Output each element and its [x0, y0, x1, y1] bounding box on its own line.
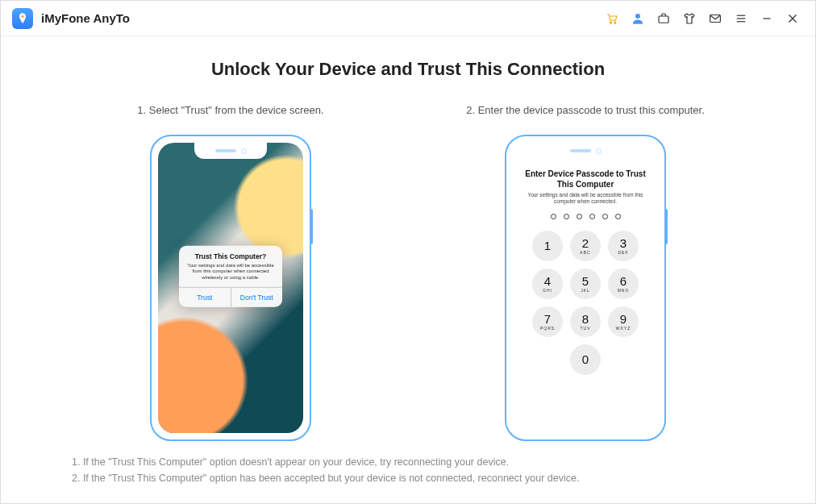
- passcode-subtitle: Your settings and data will be accessibl…: [513, 190, 658, 206]
- tip-2: 2. If the "Trust This Computer" option h…: [72, 470, 767, 486]
- step1-text: 1. Select "Trust" from the device screen…: [137, 94, 323, 127]
- minimize-button[interactable]: [756, 7, 778, 30]
- svg-rect-4: [659, 16, 668, 23]
- titlebar: iMyFone AnyTo: [1, 1, 815, 36]
- keypad-key-6[interactable]: 6MNO: [608, 269, 639, 299]
- keypad-key-0[interactable]: 0: [570, 344, 601, 375]
- phone-side-button: [310, 209, 313, 244]
- phone-side-button: [664, 209, 668, 244]
- keypad-key-7[interactable]: 7PQRS: [532, 306, 563, 337]
- briefcase-icon[interactable]: [652, 7, 675, 30]
- keypad: 12ABC3DEF4GHI5JKL6MNO7PQRS8TUV9WXYZ0: [513, 231, 658, 375]
- app-title: iMyFone AnyTo: [41, 11, 130, 25]
- phone-notch: [549, 143, 622, 159]
- cart-icon[interactable]: [601, 7, 623, 30]
- keypad-key-3[interactable]: 3DEF: [608, 231, 639, 261]
- dont-trust-button[interactable]: Don't Trust: [231, 288, 283, 307]
- passcode-screen: Enter Device Passcode to Trust This Comp…: [513, 143, 658, 433]
- dialog-body: Your settings and data will be accessibl…: [179, 262, 282, 287]
- keypad-key-2[interactable]: 2ABC: [570, 231, 601, 261]
- phone-illustration-1: Trust This Computer? Your settings and d…: [150, 135, 311, 441]
- trust-dialog: Trust This Computer? Your settings and d…: [179, 245, 282, 307]
- dialog-title: Trust This Computer?: [179, 245, 282, 262]
- keypad-key-4[interactable]: 4GHI: [532, 269, 563, 299]
- keypad-key-8[interactable]: 8TUV: [570, 306, 601, 337]
- svg-point-2: [614, 22, 616, 23]
- keypad-key-1[interactable]: 1: [532, 231, 563, 261]
- keypad-key-9[interactable]: 9WXYZ: [608, 306, 639, 337]
- passcode-title: Enter Device Passcode to Trust This Comp…: [513, 169, 658, 190]
- user-icon[interactable]: [627, 7, 649, 30]
- main-content: Unlock Your Device and Trust This Connec…: [1, 36, 815, 496]
- keypad-key-5[interactable]: 5JKL: [570, 269, 601, 299]
- page-title: Unlock Your Device and Trust This Connec…: [49, 59, 767, 80]
- trust-button[interactable]: Trust: [179, 288, 231, 307]
- step1-column: 1. Select "Trust" from the device screen…: [110, 94, 352, 441]
- svg-point-0: [21, 15, 23, 17]
- tips: 1. If the "Trust This Computer" option d…: [49, 454, 767, 486]
- menu-icon[interactable]: [730, 7, 752, 30]
- svg-point-3: [635, 14, 640, 19]
- passcode-dots: [513, 214, 658, 219]
- mail-icon[interactable]: [704, 7, 726, 30]
- tip-1: 1. If the "Trust This Computer" option d…: [72, 454, 767, 470]
- phone-notch: [194, 143, 267, 159]
- svg-point-1: [610, 22, 611, 23]
- step2-text: 2. Enter the device passcode to trust th…: [466, 94, 705, 127]
- app-logo: [12, 8, 33, 29]
- phone-illustration-2: Enter Device Passcode to Trust This Comp…: [505, 135, 666, 441]
- shirt-icon[interactable]: [678, 7, 701, 30]
- close-button[interactable]: [781, 7, 804, 30]
- step2-column: 2. Enter the device passcode to trust th…: [464, 94, 706, 441]
